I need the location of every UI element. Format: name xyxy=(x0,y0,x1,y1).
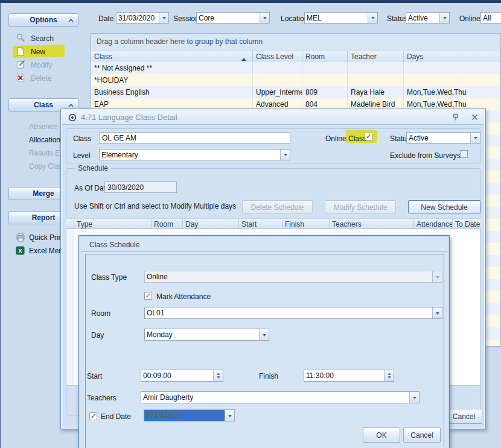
sidebar-panel-options[interactable]: Options xyxy=(8,13,78,27)
class-type-combo: Online xyxy=(144,271,442,283)
chevron-down-icon[interactable] xyxy=(409,392,419,403)
status-field-combo[interactable]: Active xyxy=(406,132,480,144)
table-row[interactable]: ** Not Assigned ** xyxy=(91,62,500,74)
column-header-room[interactable]: Room xyxy=(302,51,348,62)
sidebar-item-new[interactable]: New xyxy=(16,46,76,58)
sidebar-item-allocation[interactable]: Allocation xyxy=(29,136,60,144)
spinner-up-down-icon[interactable] xyxy=(384,370,394,381)
finish-time-value: 11:30:00 xyxy=(304,370,384,381)
delete-icon xyxy=(16,73,25,83)
group-by-hint: Drag a column header here to group by th… xyxy=(97,37,263,46)
cancel-button[interactable]: Cancel xyxy=(403,427,441,443)
column-header-teachers[interactable]: Teachers xyxy=(330,218,414,229)
class-schedule-title: Class Schedule xyxy=(89,241,139,249)
online-class-checkbox[interactable]: ✓ xyxy=(365,133,372,140)
start-label: Start xyxy=(87,372,102,380)
exclude-surveys-checkbox[interactable] xyxy=(460,150,468,158)
finish-label: Finish xyxy=(259,372,278,380)
chevron-down-icon[interactable] xyxy=(259,329,269,340)
finish-time-spinner[interactable]: 11:30:00 xyxy=(304,370,394,382)
svg-text:X: X xyxy=(18,248,22,254)
class-type-value: Online xyxy=(145,271,432,282)
class-field-label: Class xyxy=(73,134,91,143)
column-header-finish[interactable]: Finish xyxy=(282,218,330,229)
day-label: Day xyxy=(91,331,104,339)
spinner-up-down-icon[interactable] xyxy=(213,370,223,381)
column-header-room[interactable]: Room xyxy=(152,218,183,229)
column-header-teacher[interactable]: Teacher xyxy=(348,51,404,62)
pin-icon[interactable] xyxy=(452,113,459,121)
as-of-date-input[interactable]: 30/03/2020 xyxy=(104,181,177,193)
chevron-down-icon[interactable] xyxy=(280,150,290,160)
online-filter-combo[interactable]: All xyxy=(480,12,501,24)
table-row[interactable]: *HOLIDAY xyxy=(91,74,500,86)
group-by-bar[interactable]: Drag a column header here to group by th… xyxy=(91,34,500,49)
multi-select-hint: Use Shift or Ctrl and select to Modify M… xyxy=(74,202,236,210)
delete-schedule-button[interactable]: Delete Schedule xyxy=(242,200,313,213)
sort-ascending-icon xyxy=(241,55,246,61)
date-filter-value: 31/03/2020 xyxy=(116,13,159,23)
column-header-start[interactable]: Start xyxy=(239,218,282,229)
excel-icon: X xyxy=(16,246,25,255)
new-item-label: New xyxy=(31,48,45,56)
column-header-days[interactable]: Days xyxy=(404,51,500,62)
session-filter-combo[interactable]: Core xyxy=(196,12,270,24)
ok-button[interactable]: OK xyxy=(363,427,400,443)
sidebar-item-results-entry[interactable]: Results En xyxy=(29,149,64,157)
start-time-spinner[interactable]: 00:09:00 xyxy=(141,370,223,382)
edit-icon xyxy=(16,60,25,69)
teachers-label: Teachers xyxy=(87,394,116,402)
chevron-down-icon[interactable] xyxy=(470,133,480,143)
chevron-down-icon[interactable] xyxy=(225,410,234,421)
chevron-down-icon[interactable] xyxy=(159,13,168,23)
dialog-cancel-button[interactable]: Cancel xyxy=(445,409,482,424)
location-filter-value: MEL xyxy=(305,13,368,23)
chevron-down-icon[interactable] xyxy=(439,13,449,23)
new-schedule-button[interactable]: New Schedule xyxy=(408,200,480,213)
sidebar-item-search[interactable]: Search xyxy=(16,33,76,45)
chevron-down-icon[interactable] xyxy=(368,13,377,23)
table-row[interactable]: Business EnglishUpper_Intermediate809Ray… xyxy=(91,86,500,98)
column-header-day[interactable]: Day xyxy=(183,218,239,229)
chevron-down-icon[interactable] xyxy=(260,13,269,23)
status-filter-combo[interactable]: Active xyxy=(406,12,450,24)
teachers-combo[interactable]: Amir Daugherty xyxy=(141,391,420,403)
close-icon[interactable] xyxy=(471,114,478,121)
column-header-class-level[interactable]: Class Level xyxy=(253,51,302,62)
room-combo[interactable]: OL01 xyxy=(144,307,442,319)
mark-attendance-checkbox[interactable]: ✓ xyxy=(144,292,152,300)
sidebar-item-delete[interactable]: Delete xyxy=(16,72,76,84)
search-icon xyxy=(16,33,25,43)
end-date-combo[interactable]: 27/04/2020 xyxy=(144,409,235,421)
day-value: Monday xyxy=(145,329,259,340)
window-left-border xyxy=(0,3,1,448)
schedule-table-header: Type Room Day Start Finish Teachers Atte… xyxy=(66,218,480,229)
sidebar-item-modify[interactable]: Modify xyxy=(16,59,76,71)
excel-merge-label: Excel Mer xyxy=(29,247,61,255)
level-field-combo[interactable]: Elementary xyxy=(99,149,290,160)
merge-panel-title: Merge xyxy=(33,189,54,198)
end-date-value: 27/04/2020 xyxy=(144,410,225,421)
printer-icon xyxy=(16,233,25,242)
start-time-value: 00:09:00 xyxy=(141,370,213,381)
class-detail-dialog-titlebar[interactable]: 4.71 Language Class Detail xyxy=(62,110,484,125)
status-filter-value: Active xyxy=(406,13,439,23)
class-schedule-dialog-titlebar[interactable]: Class Schedule xyxy=(81,238,447,252)
end-date-checkbox[interactable]: ✓ xyxy=(89,412,97,420)
column-header-class[interactable]: Class xyxy=(91,51,253,62)
date-filter-combo[interactable]: 31/03/2020 xyxy=(116,12,169,24)
modify-schedule-button[interactable]: Modify Schedule xyxy=(325,200,396,213)
column-header-attendance[interactable]: Attendance xyxy=(414,218,453,229)
date-filter-label: Date xyxy=(98,14,113,23)
column-header-type[interactable]: Type xyxy=(74,218,152,229)
location-filter-combo[interactable]: MEL xyxy=(304,12,378,24)
status-filter-label: Status xyxy=(387,14,407,23)
sidebar-item-copy-class[interactable]: Copy Clas xyxy=(29,162,62,171)
mark-attendance-label: Mark Attendance xyxy=(156,292,211,301)
sidebar-item-absence[interactable]: Absence xyxy=(29,122,57,131)
day-combo[interactable]: Monday xyxy=(144,329,269,341)
options-panel-title: Options xyxy=(30,16,57,24)
column-header-to-date[interactable]: To Date xyxy=(453,218,480,229)
chevron-down-icon[interactable] xyxy=(432,308,442,318)
class-field-input[interactable]: OL GE AM xyxy=(99,132,290,144)
